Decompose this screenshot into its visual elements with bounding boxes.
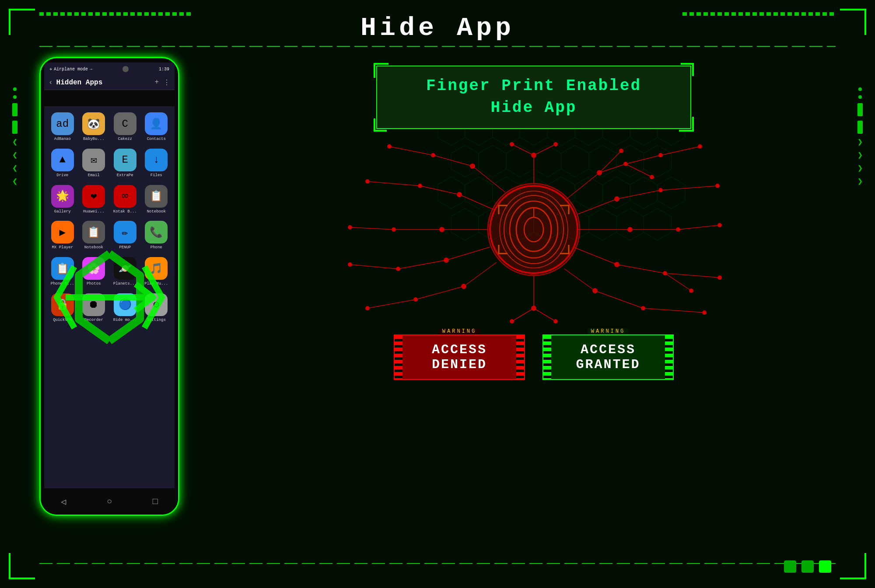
warning-label-denied: WARNING xyxy=(439,328,480,334)
svg-point-42 xyxy=(718,275,722,280)
svg-line-27 xyxy=(617,190,661,199)
svg-line-51 xyxy=(512,308,534,321)
access-buttons-row: WARNING ACCESS DENIED WARNING ACCESS GRA… xyxy=(219,334,849,380)
airplane-icon: ✈ xyxy=(49,66,52,72)
app-item[interactable]: ✉Email xyxy=(79,146,109,181)
access-denied-button[interactable]: ACCESS DENIED xyxy=(402,334,516,380)
app-item[interactable]: 📋Notebook xyxy=(79,218,109,253)
app-item[interactable]: 🌸Photos xyxy=(79,254,109,289)
app-icon: ↓ xyxy=(145,149,168,171)
app-item[interactable]: ❤Huawei... xyxy=(79,182,109,217)
svg-line-37 xyxy=(573,247,617,264)
denied-left-stripe xyxy=(394,334,402,380)
access-denied-wrapper: ACCESS DENIED xyxy=(394,334,525,380)
fp-title-container: Finger Print Enabled Hide App xyxy=(219,66,849,129)
app-icon: 📋 xyxy=(145,185,168,208)
chevron-icon: ❮ xyxy=(12,151,18,160)
arrow-icon: → xyxy=(90,67,92,72)
app-label: MX Player xyxy=(52,245,73,250)
app-label: PENUP xyxy=(119,245,131,250)
access-denied-text-line1: ACCESS xyxy=(420,342,499,357)
app-icon: 🪐 xyxy=(114,257,136,280)
app-item[interactable]: 🔒QuickVPN xyxy=(48,291,77,325)
home-nav-button[interactable]: ○ xyxy=(107,497,112,507)
app-item[interactable]: adAdBanao xyxy=(48,110,77,144)
svg-point-1 xyxy=(490,186,578,273)
access-granted-wrapper: ACCESS GRANTED xyxy=(542,334,674,380)
app-label: AdBanao xyxy=(54,137,71,142)
svg-line-73 xyxy=(459,195,494,210)
app-item[interactable]: 🪐Planets... xyxy=(110,254,140,289)
bracket-bl xyxy=(374,118,387,132)
svg-line-53 xyxy=(534,308,556,321)
svg-line-81 xyxy=(433,155,472,166)
phone-status-bar: ✈ Airplane mode → 1:39 xyxy=(44,63,175,76)
app-icon: ⚙ xyxy=(145,293,168,316)
app-icon: 👤 xyxy=(145,112,168,135)
svg-line-23 xyxy=(599,151,621,173)
app-item[interactable]: ⏺Recorder xyxy=(79,291,109,325)
app-item[interactable]: EExtraPe xyxy=(110,146,140,181)
app-item[interactable]: 📞Phone xyxy=(142,218,172,253)
warning-label-granted: WARNING xyxy=(588,328,629,334)
app-icon: 🐼 xyxy=(82,112,105,135)
app-label: Play Mu... xyxy=(144,282,168,286)
chevron-icon: ❮ xyxy=(12,164,18,173)
bracket-tr xyxy=(681,63,694,76)
svg-line-15 xyxy=(567,173,599,199)
access-granted-container: WARNING ACCESS GRANTED xyxy=(542,334,674,380)
app-item[interactable]: 🔵Ride mo... xyxy=(110,291,140,325)
app-item[interactable]: 📋Phone C... xyxy=(48,254,77,289)
svg-line-77 xyxy=(368,181,420,186)
app-item[interactable]: 🎵Play Mu... xyxy=(142,254,172,289)
app-icon: C xyxy=(114,112,136,135)
app-item[interactable]: CCakezz xyxy=(110,110,140,144)
svg-line-45 xyxy=(595,291,643,308)
app-item[interactable]: 👤Contacts xyxy=(142,110,172,144)
bottom-dot-3 xyxy=(819,560,831,573)
menu-icon[interactable]: ⋮ xyxy=(163,78,170,87)
corner-bl xyxy=(9,553,35,579)
granted-left-stripe xyxy=(542,334,551,380)
app-label: Drive xyxy=(56,173,68,178)
app-label: Contacts xyxy=(147,137,166,142)
svg-line-39 xyxy=(617,264,665,273)
chevron-icon: ❯ xyxy=(858,138,863,147)
app-label: Files xyxy=(150,173,162,178)
app-item[interactable]: ▶MX Player xyxy=(48,218,77,253)
app-item[interactable]: ∞Kotak B... xyxy=(110,182,140,217)
svg-line-19 xyxy=(626,155,661,164)
app-label: Kotak B... xyxy=(113,209,137,214)
app-icon: 🌟 xyxy=(51,185,74,208)
side-decorations-left: ❮ ❮ ❮ ❮ xyxy=(12,87,18,186)
deco-top-line xyxy=(39,46,836,47)
side-dot xyxy=(858,87,862,91)
svg-point-66 xyxy=(348,262,352,267)
back-nav-button[interactable]: ◁ xyxy=(61,496,66,507)
svg-line-41 xyxy=(665,273,720,278)
back-button[interactable]: ‹ xyxy=(49,79,53,87)
fp-diagram-container xyxy=(219,142,849,326)
app-label: QuickVPN xyxy=(53,318,72,323)
add-icon[interactable]: + xyxy=(154,78,159,87)
app-item[interactable]: ↓Files xyxy=(142,146,172,181)
recents-nav-button[interactable]: □ xyxy=(153,497,158,507)
app-item[interactable]: 📋Notebook xyxy=(142,182,172,217)
app-item[interactable]: ✏PENUP xyxy=(110,218,140,253)
app-item[interactable]: 🐼BabyBu... xyxy=(79,110,109,144)
chevron-icon: ❯ xyxy=(858,177,863,186)
denied-right-stripe xyxy=(516,334,525,380)
access-denied-text-line2: DENIED xyxy=(420,357,499,372)
app-icon: 📋 xyxy=(51,257,74,280)
app-item[interactable]: 🌟Gallery xyxy=(48,182,77,217)
svg-line-79 xyxy=(472,166,505,192)
svg-point-86 xyxy=(650,175,654,179)
svg-point-48 xyxy=(702,310,707,315)
app-item[interactable]: ▲Drive xyxy=(48,146,77,181)
apps-grid-container: adAdBanao🐼BabyBu...CCakezz👤Contacts▲Driv… xyxy=(44,106,175,488)
side-rect xyxy=(858,103,863,116)
app-item[interactable]: ⚙Settings xyxy=(142,291,172,325)
svg-line-63 xyxy=(398,260,446,269)
phone-outer: ✈ Airplane mode → 1:39 ‹ Hidden Apps + ⋮ xyxy=(39,57,179,516)
access-granted-button[interactable]: ACCESS GRANTED xyxy=(551,334,665,380)
